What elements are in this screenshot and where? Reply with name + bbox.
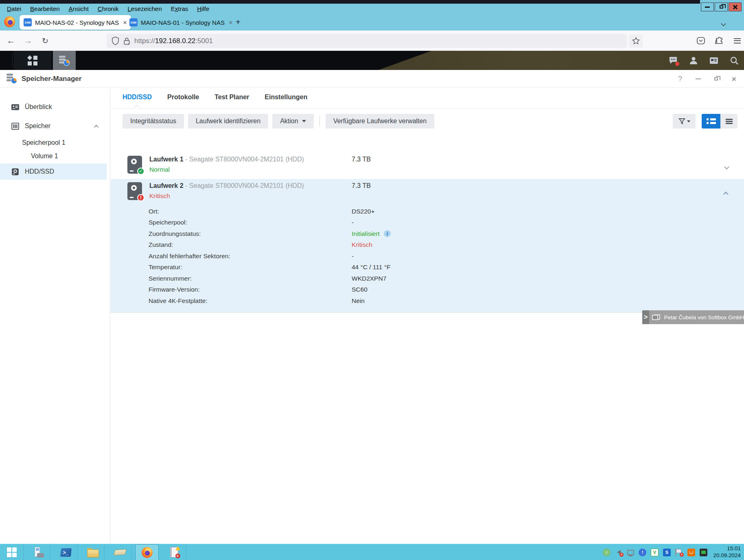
tab-hdd-ssd[interactable]: HDD/SSD bbox=[123, 94, 152, 101]
drive-name: Laufwerk 1 bbox=[149, 156, 184, 163]
help-button[interactable]: ? bbox=[676, 75, 684, 83]
scanner-icon bbox=[113, 549, 126, 556]
event-log-button[interactable]: × bbox=[162, 544, 186, 560]
network-pc-icon[interactable] bbox=[627, 550, 634, 555]
server-manager-button[interactable] bbox=[27, 544, 50, 560]
panel-expand-button[interactable]: > bbox=[642, 310, 649, 324]
tab-protokolle[interactable]: Protokolle bbox=[167, 94, 199, 101]
reload-button[interactable]: ↻ bbox=[37, 31, 53, 51]
menu-ansicht[interactable]: Ansicht bbox=[64, 5, 93, 12]
veeam-tray-icon[interactable]: V bbox=[651, 549, 659, 556]
start-button[interactable] bbox=[0, 544, 24, 560]
active-tab-notch bbox=[133, 105, 140, 111]
widgets-icon[interactable] bbox=[709, 56, 719, 65]
menu-lesezeichen[interactable]: Lesezeichen bbox=[123, 5, 166, 12]
storage-manager-app-icon bbox=[7, 73, 17, 84]
sidebar-item-ueberblick[interactable]: Überblick bbox=[0, 99, 107, 115]
tab-maio-nas-02[interactable]: DSM MAIO-NAS-02 - Synology NAS × bbox=[20, 15, 131, 30]
restore-icon bbox=[720, 5, 723, 9]
search-icon[interactable] bbox=[729, 56, 739, 65]
collapse-chevron-icon[interactable] bbox=[95, 122, 98, 130]
info-balloon-icon[interactable]: ! bbox=[639, 549, 646, 556]
expand-chevron-icon[interactable] bbox=[725, 163, 729, 170]
list-all-tabs-icon[interactable] bbox=[722, 20, 725, 27]
menu-hamburger-icon[interactable] bbox=[734, 38, 741, 44]
drive-capacity: 7.3 TB bbox=[352, 182, 371, 190]
drive-status: Normal bbox=[149, 166, 170, 173]
minimize-button[interactable] bbox=[701, 2, 714, 11]
clock-time: 15:01 bbox=[713, 545, 741, 552]
tab-einstellungen[interactable]: Einstellungen bbox=[265, 94, 307, 101]
url-bar[interactable]: https://192.168.0.22:5001 bbox=[107, 34, 627, 48]
sophos-tray-icon[interactable]: S bbox=[663, 549, 671, 556]
menu-extras[interactable]: Extras bbox=[166, 5, 193, 12]
back-button[interactable]: ← bbox=[3, 31, 19, 51]
restore-button[interactable] bbox=[712, 75, 720, 83]
sidebar-item-speicherpool-1[interactable]: Speicherpool 1 bbox=[0, 136, 107, 149]
forward-button[interactable]: → bbox=[20, 31, 36, 51]
status-error-badge: ! bbox=[137, 194, 144, 201]
sidebar-item-speicher[interactable]: Speicher bbox=[0, 118, 107, 134]
close-button[interactable] bbox=[730, 75, 737, 83]
menu-chronik[interactable]: Chronik bbox=[93, 5, 123, 12]
detail-view-button[interactable] bbox=[720, 114, 737, 129]
dsm-header-icons bbox=[668, 51, 739, 70]
window-titlebar[interactable]: Speicher-Manager ? bbox=[0, 70, 744, 88]
drive-name: Laufwerk 2 bbox=[149, 182, 184, 189]
detail-row-speicherpool: Speicherpool: - bbox=[111, 217, 744, 229]
teamviewer-tray-icon[interactable] bbox=[700, 549, 707, 556]
tab-close-icon[interactable]: × bbox=[229, 19, 233, 26]
sidebar-label: Überblick bbox=[25, 103, 52, 111]
tab-test-planer[interactable]: Test Planer bbox=[214, 94, 249, 101]
user-icon[interactable] bbox=[689, 56, 698, 65]
menu-hilfe[interactable]: Hilfe bbox=[193, 5, 214, 12]
lock-icon[interactable] bbox=[123, 37, 130, 45]
volume-muted-icon[interactable]: × bbox=[615, 549, 623, 556]
close-button[interactable] bbox=[729, 2, 742, 11]
menu-datei[interactable]: Datei bbox=[2, 5, 26, 12]
list-view-button[interactable] bbox=[702, 114, 720, 129]
collapse-chevron-icon[interactable] bbox=[725, 190, 729, 197]
app-launcher-button[interactable] bbox=[14, 51, 51, 70]
drive-capacity: 7.3 TB bbox=[352, 156, 371, 163]
powershell-button[interactable]: >_ bbox=[54, 544, 78, 560]
browser-window-controls bbox=[700, 2, 742, 11]
windows-logo-icon bbox=[7, 547, 17, 557]
sidebar-item-volume-1[interactable]: Volume 1 bbox=[0, 150, 107, 162]
file-explorer-button[interactable] bbox=[81, 544, 105, 560]
info-icon[interactable]: i bbox=[384, 230, 391, 237]
bookmark-star-icon[interactable] bbox=[629, 34, 643, 48]
action-dropdown-button[interactable]: Aktion bbox=[272, 114, 313, 129]
java-tray-icon[interactable] bbox=[687, 549, 695, 556]
dsm-favicon: DSM bbox=[129, 18, 138, 26]
sidebar-label: Speicher bbox=[25, 122, 50, 130]
tab-maio-nas-01[interactable]: DSM MAIO-NAS-01 - Synology NAS × bbox=[125, 15, 237, 30]
menu-bearbeiten[interactable]: Bearbeiten bbox=[26, 5, 64, 12]
new-tab-button[interactable]: + bbox=[233, 17, 243, 27]
health-status-button[interactable]: Integritätsstatus bbox=[123, 114, 184, 129]
storage-manager-taskbutton[interactable] bbox=[53, 51, 76, 70]
scanner-app-button[interactable] bbox=[108, 544, 132, 560]
extensions-puzzle-icon[interactable] bbox=[715, 36, 724, 45]
manage-available-drives-button[interactable]: Verfügbare Laufwerke verwalten bbox=[326, 114, 434, 129]
log-book-icon: × bbox=[170, 547, 178, 558]
taskbar-clock[interactable]: 15:01 20.09.2024 bbox=[713, 545, 741, 559]
firefox-icon bbox=[4, 16, 15, 27]
restore-button[interactable] bbox=[715, 2, 728, 11]
remote-session-panel: > Petar Čubela von Softbox GmbH bbox=[642, 310, 744, 324]
shield-icon[interactable] bbox=[112, 37, 119, 45]
identify-drive-button[interactable]: Laufwerk identifizieren bbox=[188, 114, 268, 129]
sidebar-item-hdd-ssd[interactable]: HDD/SSD bbox=[0, 163, 107, 180]
flag-error-icon[interactable]: × bbox=[675, 549, 683, 556]
pocket-save-icon[interactable] bbox=[696, 36, 705, 45]
drive-row-2[interactable]: ! Laufwerk 2 - Seagate ST8000VN004-2M210… bbox=[111, 179, 744, 205]
drive-row-1[interactable]: ✓ Laufwerk 1 - Seagate ST8000VN004-2M210… bbox=[111, 153, 744, 179]
firefox-taskbar-button[interactable] bbox=[135, 544, 159, 560]
detail-row-temperatur: Temperatur: 44 °C / 111 °F bbox=[111, 262, 744, 273]
screen: Datei Bearbeiten Ansicht Chronik Lesezei… bbox=[0, 0, 744, 560]
green-app-tray-icon[interactable] bbox=[603, 549, 611, 556]
filter-button[interactable] bbox=[673, 114, 696, 129]
detail-row-fehlerhafte-sektoren: Anzahl fehlerhafter Sektoren: - bbox=[111, 251, 744, 262]
minimize-button[interactable] bbox=[694, 75, 702, 83]
notifications-icon[interactable] bbox=[668, 56, 678, 65]
